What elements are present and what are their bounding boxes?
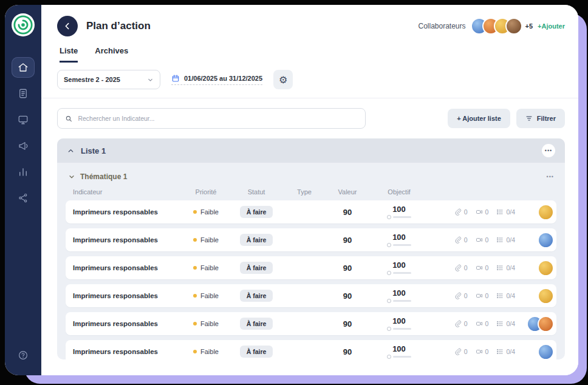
attachments-count[interactable]: 0	[454, 292, 468, 299]
avatar-overflow-count[interactable]: +5	[525, 22, 533, 30]
semester-select[interactable]: Semestre 2 - 2025	[57, 70, 160, 89]
indicator-name[interactable]: Imprimeurs responsables	[73, 348, 182, 355]
avatar[interactable]	[538, 204, 554, 220]
table-row[interactable]: Imprimeurs responsables Faible À faire 9…	[66, 200, 556, 223]
add-collaborator-button[interactable]: +Ajouter	[538, 22, 565, 30]
table-row[interactable]: Imprimeurs responsables Faible À faire 9…	[66, 284, 556, 307]
collaborator-avatars[interactable]: +5	[471, 18, 533, 35]
avatar[interactable]	[538, 260, 554, 276]
value-cell: 90	[326, 236, 369, 245]
attachments-count[interactable]: 0	[454, 264, 468, 271]
table-row[interactable]: Imprimeurs responsables Faible À faire 9…	[66, 312, 556, 335]
sidebar-item-statistics[interactable]	[12, 162, 35, 182]
checklist-count[interactable]: 0/4	[496, 320, 515, 327]
filter-button[interactable]: Filtrer	[516, 109, 565, 128]
chevron-down-icon	[68, 173, 75, 180]
comments-count[interactable]: 0	[476, 348, 489, 355]
filter-button-label: Filtrer	[537, 115, 556, 122]
sidebar-item-network[interactable]	[12, 188, 35, 208]
objective-cell: 100	[369, 288, 429, 303]
tab-archives[interactable]: Archives	[95, 46, 128, 63]
column-statut: Statut	[230, 188, 283, 196]
attachments-count[interactable]: 0	[454, 348, 468, 355]
avatar[interactable]	[538, 316, 554, 332]
attachments-count[interactable]: 0	[454, 320, 468, 327]
column-type: Type	[283, 188, 326, 196]
theme-title: Thématique 1	[80, 172, 127, 181]
indicator-name[interactable]: Imprimeurs responsables	[73, 320, 182, 327]
checklist-count[interactable]: 0/4	[496, 292, 515, 299]
table-row[interactable]: Imprimeurs responsables Faible À faire 9…	[66, 340, 556, 359]
progress-bar	[393, 300, 411, 302]
indicator-name[interactable]: Imprimeurs responsables	[73, 208, 182, 216]
status-cell: À faire	[230, 206, 283, 218]
status-badge[interactable]: À faire	[240, 318, 273, 330]
search-input[interactable]	[78, 115, 358, 122]
sidebar-item-help[interactable]	[12, 345, 35, 366]
checklist-count[interactable]: 0/4	[496, 264, 515, 271]
priority-cell: Faible	[182, 320, 230, 327]
sidebar-item-screen[interactable]	[12, 109, 35, 130]
avatar[interactable]	[538, 232, 554, 248]
add-list-button[interactable]: + Ajouter liste	[448, 109, 510, 128]
progress-bar	[393, 272, 411, 274]
objective-cell: 100	[369, 261, 429, 275]
comments-count[interactable]: 0	[476, 236, 489, 244]
avatar[interactable]	[505, 18, 522, 35]
table-row[interactable]: Imprimeurs responsables Faible À faire 9…	[66, 228, 556, 251]
indicator-name[interactable]: Imprimeurs responsables	[73, 264, 182, 271]
sidebar-item-megaphone[interactable]	[12, 135, 35, 156]
status-badge[interactable]: À faire	[240, 346, 273, 358]
sidebar-item-documents[interactable]	[12, 83, 35, 104]
attachments-count[interactable]: 0	[454, 236, 468, 244]
status-badge[interactable]: À faire	[240, 206, 273, 218]
assignee-cell	[519, 204, 554, 220]
indicator-name[interactable]: Imprimeurs responsables	[73, 292, 182, 299]
checklist-count[interactable]: 0/4	[496, 236, 515, 244]
paperclip-icon	[454, 236, 462, 244]
list-menu-button[interactable]: •••	[542, 144, 555, 157]
back-button[interactable]	[57, 16, 78, 36]
comments-count[interactable]: 0	[476, 320, 489, 327]
checklist-count[interactable]: 0/4	[496, 348, 515, 355]
settings-button[interactable]: ⚙	[273, 70, 293, 89]
status-badge[interactable]: À faire	[240, 234, 273, 246]
priority-cell: Faible	[182, 348, 230, 355]
checklist-icon	[496, 292, 504, 299]
controls-row: Semestre 2 - 2025 01/06/2025 au 31/12/20…	[41, 63, 578, 98]
theme-header[interactable]: Thématique 1 •••	[66, 168, 556, 186]
date-range-picker[interactable]: 01/06/2025 au 31/12/2025	[171, 74, 262, 85]
comments-count[interactable]: 0	[476, 292, 489, 299]
comments-count[interactable]: 0	[476, 208, 489, 216]
priority-cell: Faible	[182, 292, 230, 299]
attachments-count[interactable]: 0	[454, 208, 468, 216]
row-meta: 0 0 0/4	[429, 348, 519, 355]
app-logo[interactable]	[12, 13, 35, 36]
filter-icon	[525, 115, 533, 122]
checklist-count[interactable]: 0/4	[496, 208, 515, 216]
clock-icon	[387, 327, 391, 331]
logo-spiral-icon	[13, 15, 33, 35]
theme-menu-button[interactable]: •••	[547, 174, 554, 180]
clock-icon	[387, 355, 391, 359]
row-meta: 0 0 0/4	[429, 236, 519, 244]
assignee-cell	[519, 232, 554, 248]
avatar[interactable]	[538, 288, 554, 304]
video-icon	[476, 348, 483, 355]
list-header[interactable]: Liste 1 •••	[57, 138, 565, 163]
status-badge[interactable]: À faire	[240, 290, 273, 302]
status-badge[interactable]: À faire	[240, 262, 273, 274]
avatar[interactable]	[538, 344, 554, 360]
row-meta: 0 0 0/4	[429, 320, 519, 327]
comments-count[interactable]: 0	[476, 264, 489, 271]
table-row[interactable]: Imprimeurs responsables Faible À faire 9…	[66, 256, 556, 279]
chevron-down-icon	[147, 77, 154, 83]
column-priorite: Priorité	[182, 188, 230, 196]
indicator-name[interactable]: Imprimeurs responsables	[73, 236, 182, 244]
row-meta: 0 0 0/4	[429, 292, 519, 299]
progress-bar	[393, 328, 411, 330]
search-box[interactable]	[57, 108, 366, 129]
collapse-list-button[interactable]	[67, 147, 75, 155]
sidebar-item-home[interactable]	[12, 57, 35, 78]
tab-liste[interactable]: Liste	[60, 46, 78, 63]
